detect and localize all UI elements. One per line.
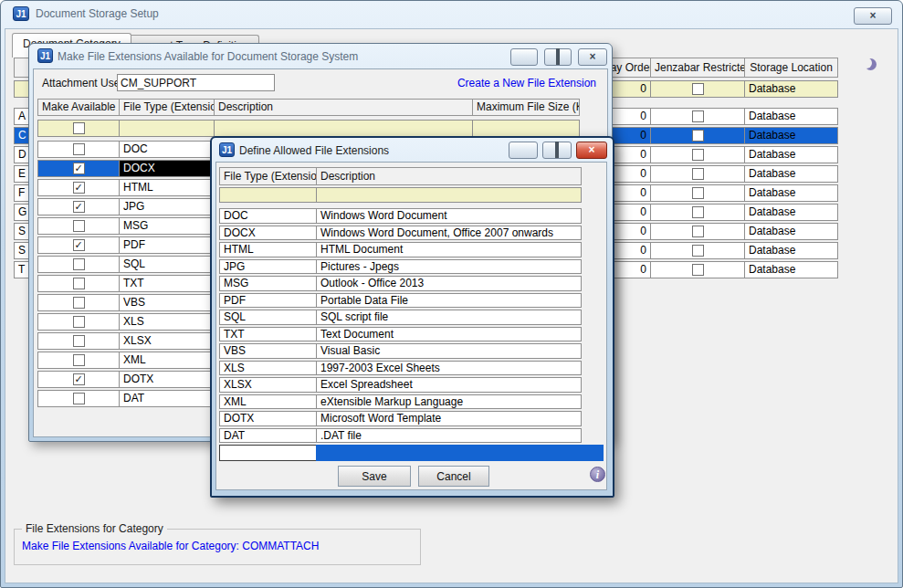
make-available-cell[interactable]	[37, 256, 120, 273]
description-cell[interactable]: HTML Document	[316, 242, 582, 257]
description-cell[interactable]: Windows Word Document, Office 2007 onwar…	[316, 226, 582, 241]
checkbox[interactable]	[73, 220, 85, 232]
close-button[interactable]: ×	[576, 142, 607, 159]
close-button[interactable]: ×	[578, 48, 607, 66]
description-cell[interactable]: Portable Data File	[316, 293, 582, 309]
jenzabar-restricted-cell[interactable]	[650, 242, 745, 259]
file-type-cell[interactable]: MSG	[219, 276, 317, 291]
file-type-cell[interactable]: VBS	[119, 294, 215, 311]
make-available-cell[interactable]: ✓	[37, 179, 120, 196]
jenzabar-restricted-cell[interactable]	[650, 127, 745, 144]
new-description-cell[interactable]	[316, 445, 604, 461]
checkbox[interactable]: ✓	[73, 163, 85, 174]
file-type-cell[interactable]: SQL	[119, 256, 215, 273]
minimize-button[interactable]	[509, 142, 538, 159]
checkbox[interactable]	[73, 143, 85, 155]
filter-make-available-cell[interactable]	[37, 120, 120, 137]
description-cell[interactable]: Pictures - Jpegs	[316, 259, 582, 275]
storage-location-cell[interactable]: Database	[744, 165, 838, 183]
jenzabar-restricted-cell[interactable]	[650, 204, 745, 221]
file-type-cell[interactable]: DOCX	[219, 226, 317, 241]
help-crescent-icon[interactable]	[864, 58, 877, 71]
file-type-cell[interactable]: TXT	[119, 275, 215, 292]
storage-location-cell[interactable]: Database	[744, 146, 838, 163]
jenzabar-restricted-cell[interactable]	[650, 108, 745, 125]
filter-max-size-cell[interactable]	[472, 120, 580, 137]
checkbox[interactable]: ✓	[73, 373, 85, 385]
checkbox[interactable]	[73, 354, 85, 366]
info-icon[interactable]: i	[590, 467, 605, 482]
description-cell[interactable]: Visual Basic	[316, 343, 582, 359]
make-available-cell[interactable]	[37, 352, 120, 369]
new-file-type-edit-cell[interactable]	[219, 445, 317, 461]
description-cell[interactable]: Microsoft Word Template	[316, 411, 582, 426]
checkbox[interactable]	[73, 393, 85, 404]
storage-location-cell[interactable]: Database	[744, 184, 838, 202]
checkbox[interactable]	[73, 122, 85, 134]
make-available-cell[interactable]: ✓	[37, 160, 120, 177]
file-type-cell[interactable]: DOC	[119, 141, 215, 158]
checkbox[interactable]	[692, 245, 704, 257]
file-type-cell[interactable]: PDF	[219, 293, 317, 309]
make-available-cell[interactable]	[37, 390, 120, 407]
file-type-cell[interactable]: JPG	[219, 259, 317, 275]
checkbox[interactable]	[692, 264, 704, 276]
description-cell[interactable]: 1997-2003 Excel Sheets	[316, 361, 582, 376]
jenzabar-restricted-cell[interactable]	[650, 223, 745, 240]
extension-definition-row[interactable]: XLSXExcel Spreadsheet	[219, 377, 581, 393]
jenzabar-restricted-cell[interactable]	[650, 184, 745, 202]
file-type-cell[interactable]: XLSX	[119, 332, 215, 350]
checkbox[interactable]	[73, 335, 85, 347]
file-type-cell[interactable]: XML	[119, 352, 215, 369]
file-type-cell[interactable]: DOC	[219, 208, 317, 224]
checkbox[interactable]: ✓	[73, 239, 85, 251]
checkbox[interactable]	[692, 130, 704, 142]
file-type-cell[interactable]: HTML	[119, 179, 215, 196]
extension-definition-row[interactable]: VBSVisual Basic	[219, 343, 581, 359]
main-close-button[interactable]: ×	[854, 7, 892, 25]
filter-file-type-cell[interactable]	[219, 187, 317, 203]
extensions-grid-filter-row[interactable]	[37, 120, 579, 137]
checkbox[interactable]	[692, 83, 704, 95]
checkbox[interactable]	[73, 258, 85, 270]
description-cell[interactable]: Outlook - Office 2013	[316, 276, 582, 291]
extension-definition-row[interactable]: DOCXWindows Word Document, Office 2007 o…	[219, 226, 581, 241]
new-extension-row[interactable]	[219, 445, 603, 461]
jenzabar-restricted-cell[interactable]	[650, 146, 745, 163]
extension-definition-row[interactable]: TXTText Document	[219, 327, 581, 342]
checkbox[interactable]	[692, 110, 704, 122]
description-cell[interactable]: SQL script file	[316, 310, 582, 325]
make-available-cell[interactable]: ✓	[37, 198, 120, 215]
create-new-file-extension-link[interactable]: Create a New File Extension	[457, 77, 596, 89]
extension-definition-row[interactable]: DOCWindows Word Document	[219, 208, 581, 224]
file-type-cell[interactable]: DOCX	[119, 160, 215, 177]
filter-storage-cell[interactable]: Database	[744, 80, 838, 98]
define-grid-filter-row[interactable]	[219, 187, 581, 203]
make-available-cell[interactable]: ✓	[37, 236, 120, 254]
filter-jenzabar-cell[interactable]	[650, 80, 745, 98]
cancel-button[interactable]: Cancel	[418, 466, 489, 487]
description-cell[interactable]: Windows Word Document	[316, 208, 582, 224]
file-type-cell[interactable]: VBS	[219, 343, 317, 359]
file-type-cell[interactable]: DAT	[219, 428, 317, 444]
extension-definition-row[interactable]: DOTXMicrosoft Word Template	[219, 411, 581, 426]
checkbox[interactable]	[692, 206, 704, 218]
maximize-button[interactable]	[542, 142, 572, 159]
filter-description-cell[interactable]	[214, 120, 473, 137]
extension-definition-row[interactable]: JPGPictures - Jpegs	[219, 259, 581, 275]
description-cell[interactable]: .DAT file	[316, 428, 582, 444]
file-type-cell[interactable]: XLSX	[219, 377, 317, 393]
file-type-cell[interactable]: XLS	[119, 313, 215, 331]
checkbox[interactable]	[73, 297, 85, 309]
storage-location-cell[interactable]: Database	[744, 204, 838, 221]
make-available-cell[interactable]	[37, 313, 120, 331]
checkbox[interactable]	[692, 168, 704, 180]
make-available-cell[interactable]	[37, 141, 120, 158]
extension-definition-row[interactable]: XLS1997-2003 Excel Sheets	[219, 361, 581, 376]
extension-definition-row[interactable]: MSGOutlook - Office 2013	[219, 276, 581, 291]
checkbox[interactable]: ✓	[73, 182, 85, 194]
make-available-cell[interactable]	[37, 332, 120, 350]
checkbox[interactable]	[692, 187, 704, 199]
checkbox[interactable]	[692, 149, 704, 161]
maximize-button[interactable]	[544, 48, 572, 66]
